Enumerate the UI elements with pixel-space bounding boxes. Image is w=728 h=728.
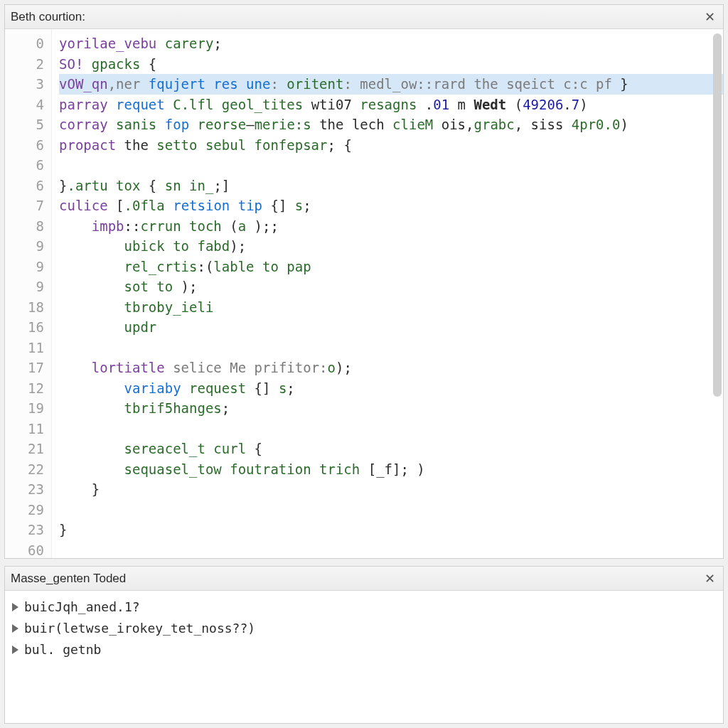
line-number: 17: [5, 358, 44, 378]
code-line[interactable]: parray requet C.lfl geol_tites wti07 res…: [59, 95, 723, 115]
editor-body[interactable]: 023456667899918161117121911212223292360 …: [5, 29, 723, 558]
line-number: 5: [5, 114, 44, 135]
disclosure-triangle-icon[interactable]: [12, 603, 18, 611]
line-number: 60: [5, 540, 44, 559]
code-line[interactable]: sot to );: [59, 277, 723, 297]
code-line[interactable]: [59, 419, 723, 439]
line-number: 7: [5, 196, 44, 216]
code-line[interactable]: lortiatle selice Me prifitor:o);: [59, 358, 723, 378]
line-number: 4: [5, 95, 44, 115]
code-area[interactable]: yorilae_vebu carery;SO! gpacks {vOW_qn,n…: [52, 29, 723, 558]
output-text: bul. getnb: [24, 639, 101, 660]
line-number: 21: [5, 439, 44, 459]
line-number: 11: [5, 419, 44, 439]
code-line[interactable]: propact the setto sebul fonfepsar; {: [59, 135, 723, 156]
close-icon[interactable]: ✕: [702, 9, 717, 25]
code-line[interactable]: }: [59, 479, 723, 500]
code-line[interactable]: variaby request {] s;: [59, 378, 723, 399]
output-row[interactable]: buir(letwse_irokey_tet_noss??): [12, 618, 716, 639]
code-line[interactable]: [59, 155, 723, 176]
line-number: 9: [5, 277, 44, 297]
line-number: 9: [5, 236, 44, 257]
code-line[interactable]: yorilae_vebu carery;: [59, 33, 723, 54]
code-line[interactable]: rel_crtis:(lable to pap: [59, 257, 723, 277]
line-number: 2: [5, 54, 44, 75]
output-title: Masse_genten Toded: [11, 572, 702, 586]
line-number: 11: [5, 338, 44, 358]
code-line[interactable]: tbrif5hanges;: [59, 398, 723, 419]
editor-titlebar: Beth courtion: ✕: [5, 5, 723, 29]
code-line[interactable]: ubick to fabd);: [59, 236, 723, 257]
line-number: 6: [5, 176, 44, 196]
output-body[interactable]: buicJqh_aned.1?buir(letwse_irokey_tet_no…: [5, 591, 723, 723]
output-row[interactable]: bul. getnb: [12, 639, 716, 660]
output-text: buir(letwse_irokey_tet_noss??): [24, 618, 255, 639]
line-number: 18: [5, 297, 44, 318]
line-number: 8: [5, 216, 44, 237]
code-line[interactable]: sereacel_t curl {: [59, 439, 723, 459]
code-line[interactable]: vOW_qn,ner fqujert res une: oritent: med…: [59, 74, 723, 95]
disclosure-triangle-icon[interactable]: [12, 624, 18, 633]
editor-scrollbar[interactable]: [713, 33, 722, 552]
editor-title: Beth courtion:: [11, 10, 702, 24]
line-number: 6: [5, 155, 44, 176]
close-icon[interactable]: ✕: [702, 571, 717, 587]
line-number: 16: [5, 317, 44, 338]
code-line[interactable]: [59, 338, 723, 358]
code-line[interactable]: SO! gpacks {: [59, 54, 723, 75]
line-number: 29: [5, 500, 44, 520]
code-line[interactable]: culice [.0fla retsion tip {] s;: [59, 196, 723, 216]
code-line[interactable]: [59, 500, 723, 520]
code-line[interactable]: corray sanis fop reorse—merie:s the lech…: [59, 114, 723, 135]
code-line[interactable]: tbroby_ieli: [59, 297, 723, 318]
code-line[interactable]: }.artu tox { sn in_;]: [59, 176, 723, 196]
code-line[interactable]: }: [59, 520, 723, 540]
output-text: buicJqh_aned.1?: [24, 596, 140, 618]
line-number: 0: [5, 33, 44, 54]
scrollbar-thumb[interactable]: [713, 33, 722, 397]
code-line[interactable]: sequasel_tow foutration trich [_f]; ): [59, 459, 723, 480]
output-titlebar: Masse_genten Toded ✕: [5, 567, 723, 591]
line-number: 23: [5, 520, 44, 540]
line-number: 6: [5, 135, 44, 156]
code-line[interactable]: updr: [59, 317, 723, 338]
line-number: 19: [5, 398, 44, 419]
line-number: 3: [5, 74, 44, 95]
output-pane: Masse_genten Toded ✕ buicJqh_aned.1?buir…: [4, 566, 724, 724]
line-number: 23: [5, 479, 44, 500]
code-line[interactable]: [59, 540, 723, 559]
line-number-gutter: 023456667899918161117121911212223292360: [5, 29, 52, 558]
code-line[interactable]: impb::crrun toch (a );;: [59, 216, 723, 237]
line-number: 22: [5, 459, 44, 480]
line-number: 9: [5, 257, 44, 277]
disclosure-triangle-icon[interactable]: [12, 646, 18, 654]
line-number: 12: [5, 378, 44, 399]
output-row[interactable]: buicJqh_aned.1?: [12, 596, 716, 618]
editor-pane: Beth courtion: ✕ 02345666789991816111712…: [4, 4, 724, 559]
